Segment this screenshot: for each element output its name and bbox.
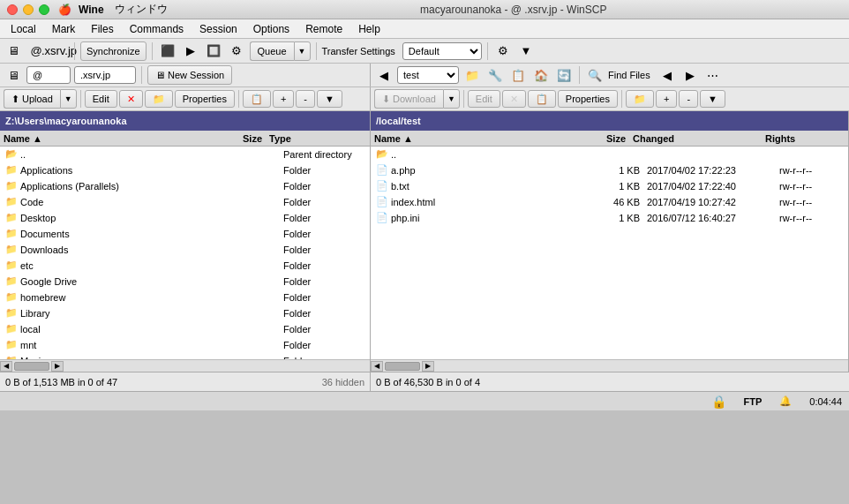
list-item[interactable]: 📂 .. Parent directory <box>0 147 370 162</box>
right-col-changed[interactable]: Changed <box>629 133 762 144</box>
synchronize-button[interactable]: Synchronize <box>80 41 147 61</box>
left-edit-button[interactable]: Edit <box>85 90 117 108</box>
new-session-button[interactable]: 🖥 New Session <box>147 65 232 85</box>
download-button[interactable]: ⬇ Download <box>374 89 443 109</box>
nav-right-icon[interactable]: ▶ <box>680 65 700 85</box>
nav-icon2[interactable]: ▶ <box>181 41 200 61</box>
menu-mark[interactable]: Mark <box>45 21 83 37</box>
left-extra1-button[interactable]: 📋 <box>243 90 271 108</box>
right-scroll-thumb[interactable] <box>385 362 420 371</box>
arrow-icon[interactable]: ▼ <box>516 41 536 61</box>
nav-icon1[interactable]: ⬛ <box>158 41 177 61</box>
menu-local[interactable]: Local <box>4 21 43 37</box>
list-item[interactable]: 📁 Applications (Parallels) Folder <box>0 178 370 194</box>
download-combo[interactable]: ⬇ Download ▼ <box>374 89 460 109</box>
right-delete-button[interactable]: ✕ <box>502 90 526 108</box>
window-menu[interactable]: ウィンドウ <box>115 2 168 17</box>
local-terminal-icon2[interactable]: 🖥 <box>4 65 23 85</box>
list-item[interactable]: 📁 mnt Folder <box>0 337 370 353</box>
left-new-button[interactable]: 📁 <box>145 90 173 108</box>
menu-files[interactable]: Files <box>84 21 120 37</box>
left-extra3-button[interactable]: - <box>296 90 315 108</box>
close-button[interactable] <box>7 4 18 15</box>
right-extra4-button[interactable]: ▼ <box>700 90 725 108</box>
menu-options[interactable]: Options <box>246 21 297 37</box>
prev-dir-icon[interactable]: ◀ <box>374 65 394 85</box>
local-terminal-icon[interactable]: 🖥 <box>4 41 23 61</box>
remote-icon2[interactable]: 🔧 <box>485 65 505 85</box>
right-copy-button[interactable]: 📋 <box>528 90 556 108</box>
upload-button[interactable]: ⬆ Upload <box>4 89 60 109</box>
upload-dropdown[interactable]: ▼ <box>60 89 77 109</box>
list-item[interactable]: 📁 Desktop Folder <box>0 210 370 226</box>
left-col-size[interactable]: Size <box>204 133 266 144</box>
list-item[interactable]: 📁 etc Folder <box>0 258 370 274</box>
remote-icon1[interactable]: 📁 <box>462 65 482 85</box>
right-extra1-button[interactable]: 📁 <box>626 90 654 108</box>
left-col-type[interactable]: Type <box>266 133 354 144</box>
list-item[interactable]: 📁 homebrew Folder <box>0 290 370 305</box>
list-item[interactable]: 📁 Documents Folder <box>0 226 370 242</box>
upload-combo[interactable]: ⬆ Upload ▼ <box>4 89 77 109</box>
list-item[interactable]: 📁 Movies Folder <box>0 353 370 359</box>
list-item[interactable]: 📁 Downloads Folder <box>0 242 370 258</box>
left-scroll-right[interactable]: ▶ <box>51 361 64 372</box>
list-item[interactable]: 📁 Code Folder <box>0 194 370 210</box>
menu-remote[interactable]: Remote <box>298 21 349 37</box>
list-item[interactable]: 📁 Applications Folder <box>0 162 370 178</box>
remote-icon4[interactable]: 🏠 <box>531 65 551 85</box>
list-item[interactable]: 📁 Library Folder <box>0 305 370 321</box>
list-item[interactable]: 📁 local Folder <box>0 321 370 337</box>
right-extra2-button[interactable]: + <box>656 90 677 108</box>
menu-session[interactable]: Session <box>192 21 244 37</box>
download-dropdown[interactable]: ▼ <box>443 89 460 109</box>
menu-help[interactable]: Help <box>351 21 387 37</box>
list-item[interactable]: 📄 index.html 46 KB 2017/04/19 10:27:42 r… <box>371 194 848 210</box>
list-item[interactable]: 📁 Google Drive Folder <box>0 274 370 290</box>
right-col-rights[interactable]: Rights <box>762 133 832 144</box>
right-col-name[interactable]: Name ▲ <box>371 133 576 144</box>
nav-icon4[interactable]: ⚙ <box>227 41 246 61</box>
left-col-name[interactable]: Name ▲ <box>0 133 204 144</box>
search-icon[interactable]: 🔍 <box>585 65 605 85</box>
list-item[interactable]: 📄 b.txt 1 KB 2017/04/02 17:22:40 rw-r--r… <box>371 178 848 194</box>
left-file-list[interactable]: 📂 .. Parent directory 📁 Applications Fol… <box>0 147 370 359</box>
nav-icon3[interactable]: 🔲 <box>204 41 223 61</box>
right-properties-button[interactable]: Properties <box>558 90 618 108</box>
queue-button[interactable]: Queue <box>250 41 294 61</box>
list-item[interactable]: 📂 .. <box>371 147 848 162</box>
remote-path-select[interactable]: test <box>397 66 459 84</box>
left-scroll-left[interactable]: ◀ <box>0 361 12 372</box>
remote-icon5[interactable]: 🔄 <box>554 65 574 85</box>
left-scroll-thumb[interactable] <box>14 362 49 371</box>
right-edit-button[interactable]: Edit <box>468 90 500 108</box>
xsrv-input[interactable] <box>74 66 136 84</box>
nav-more-icon[interactable]: ⋯ <box>703 65 723 85</box>
menu-commands[interactable]: Commands <box>123 21 191 37</box>
left-hscrollbar[interactable]: ◀ ▶ <box>0 359 370 372</box>
remote-icon3[interactable]: 📋 <box>508 65 528 85</box>
queue-combo[interactable]: Queue ▼ <box>250 41 311 61</box>
right-extra3-button[interactable]: - <box>679 90 698 108</box>
xsrv-icon[interactable]: .xsrv.jp <box>49 41 69 61</box>
left-extra2-button[interactable]: + <box>273 90 294 108</box>
right-col-size[interactable]: Size <box>576 133 629 144</box>
right-file-list[interactable]: 📂 .. 📄 a.php 1 KB 2017/04/02 17:22:23 rw… <box>371 147 848 359</box>
right-scroll-left[interactable]: ◀ <box>371 361 383 372</box>
left-properties-button[interactable]: Properties <box>175 90 235 108</box>
right-hscrollbar[interactable]: ◀ ▶ <box>371 359 848 372</box>
at-input[interactable] <box>26 66 71 84</box>
nav-left-icon[interactable]: ◀ <box>657 65 677 85</box>
left-extra4-button[interactable]: ▼ <box>317 90 342 108</box>
default-select[interactable]: Default <box>402 42 482 60</box>
left-panel-path: Z:\Users\macyarounanoka <box>5 116 127 126</box>
list-item[interactable]: 📄 a.php 1 KB 2017/04/02 17:22:23 rw-r--r… <box>371 162 848 178</box>
maximize-button[interactable] <box>39 4 49 15</box>
file-icon: 📁 <box>5 307 18 319</box>
right-scroll-right[interactable]: ▶ <box>422 361 434 372</box>
list-item[interactable]: 📄 php.ini 1 KB 2016/07/12 16:40:27 rw-r-… <box>371 210 848 226</box>
minimize-button[interactable] <box>23 4 34 15</box>
queue-dropdown[interactable]: ▼ <box>294 41 311 61</box>
left-delete-button[interactable]: ✕ <box>119 90 143 108</box>
settings-icon[interactable]: ⚙ <box>493 41 513 61</box>
